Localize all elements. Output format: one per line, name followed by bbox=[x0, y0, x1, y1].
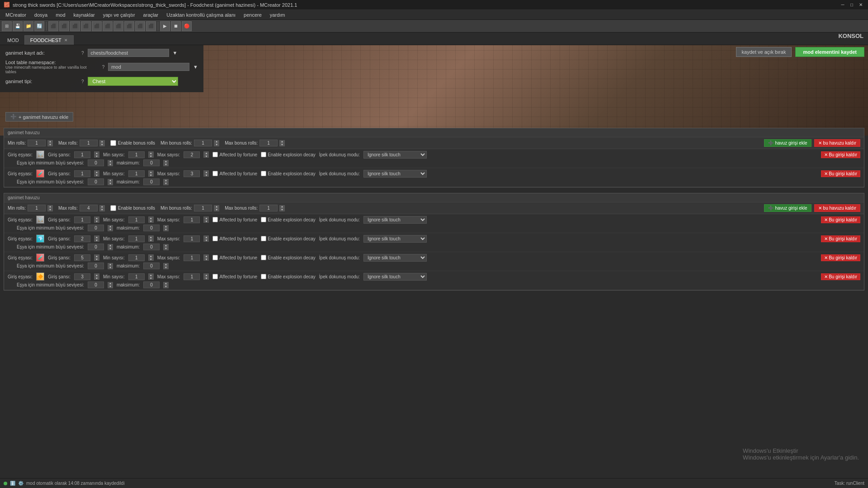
min-input-2-2[interactable] bbox=[128, 235, 145, 242]
min-bonus-down-1[interactable]: ▼ bbox=[214, 143, 219, 146]
affected-checkbox-2-1[interactable] bbox=[212, 217, 218, 222]
enchant-spinner-1-1[interactable]: ▲ ▼ bbox=[108, 160, 113, 166]
max-spinner-2-2[interactable]: ▲ ▼ bbox=[203, 235, 209, 242]
min-up-2-1[interactable]: ▲ bbox=[148, 216, 154, 220]
min-input-2-3[interactable] bbox=[128, 254, 145, 261]
min-rolls-up-1[interactable]: ▲ bbox=[47, 140, 53, 143]
enable-bonus-checkbox-1[interactable] bbox=[110, 140, 116, 146]
toolbar-btn-14[interactable]: ⬛ bbox=[146, 21, 156, 31]
enchant-input-2-2[interactable] bbox=[88, 244, 104, 250]
explosion-group-1-2[interactable]: Enable explosion decay bbox=[261, 171, 316, 176]
chance-up-1-1[interactable]: ▲ bbox=[94, 151, 99, 155]
max-up-2-3[interactable]: ▲ bbox=[203, 254, 209, 258]
toolbar-btn-17[interactable]: 🔴 bbox=[182, 21, 192, 31]
silk-select-2-3[interactable]: Ignore silk touch bbox=[363, 254, 427, 262]
toolbar-btn-15[interactable]: ▶ bbox=[160, 21, 170, 31]
entry-item-icon-2-3[interactable]: 🧪 bbox=[36, 253, 44, 262]
remove-entry-button-2-2[interactable]: ✕ Bu girişi kaldır bbox=[821, 235, 860, 242]
minimize-button[interactable]: ─ bbox=[839, 1, 846, 9]
enable-bonus-group-2[interactable]: Enable bonus rolls bbox=[110, 205, 155, 211]
max-enchant-input-1-1[interactable] bbox=[143, 160, 160, 166]
max-down-1-1[interactable]: ▼ bbox=[203, 155, 209, 158]
toolbar-btn-12[interactable]: ⬛ bbox=[124, 21, 134, 31]
enchant-down-2-1[interactable]: ▼ bbox=[108, 228, 113, 231]
toolbar-btn-8[interactable]: ⬛ bbox=[81, 21, 91, 31]
loot-ns-dropdown-icon[interactable]: ▼ bbox=[193, 64, 198, 70]
loot-ns-help-icon[interactable]: ? bbox=[102, 65, 105, 70]
chance-down-2-1[interactable]: ▼ bbox=[94, 220, 99, 223]
max-down-2-4[interactable]: ▼ bbox=[203, 277, 209, 280]
enchant-up-2-1[interactable]: ▲ bbox=[108, 225, 113, 228]
affected-group-2-1[interactable]: Affected by fortune bbox=[212, 217, 257, 222]
min-bonus-up-2[interactable]: ▲ bbox=[214, 205, 219, 208]
explosion-checkbox-2-2[interactable] bbox=[261, 236, 266, 241]
menu-uzaktan[interactable]: Uzaktan kontrollü çalışma alanı bbox=[163, 11, 239, 19]
explosion-checkbox-2-3[interactable] bbox=[261, 255, 266, 260]
affected-group-2-4[interactable]: Affected by fortune bbox=[212, 274, 257, 279]
max-up-1-1[interactable]: ▲ bbox=[203, 151, 209, 155]
min-spinner-2-2[interactable]: ▲ ▼ bbox=[148, 235, 154, 242]
affected-group-1-2[interactable]: Affected by fortune bbox=[212, 171, 257, 176]
max-input-2-1[interactable] bbox=[184, 216, 200, 223]
explosion-group-2-3[interactable]: Enable explosion decay bbox=[261, 255, 316, 260]
max-enchant-input-2-1[interactable] bbox=[143, 225, 160, 231]
explosion-checkbox-1-1[interactable] bbox=[261, 152, 266, 157]
max-bonus-spinner-2[interactable]: ▲ ▼ bbox=[279, 205, 285, 211]
type-help-icon[interactable]: ? bbox=[81, 79, 84, 84]
save-open-button[interactable]: kaydet ve açık bırak bbox=[736, 47, 792, 57]
type-select[interactable]: Chest bbox=[88, 77, 178, 86]
max-enchant-spinner-1-2[interactable]: ▲ ▼ bbox=[163, 179, 169, 185]
min-spinner-2-4[interactable]: ▲ ▼ bbox=[148, 273, 154, 280]
silk-select-2-1[interactable]: Ignore silk touch bbox=[363, 216, 427, 224]
enchant-input-2-3[interactable] bbox=[88, 263, 104, 269]
max-down-2-1[interactable]: ▼ bbox=[203, 220, 209, 223]
max-input-1-1[interactable] bbox=[184, 151, 200, 158]
min-input-1-2[interactable] bbox=[128, 170, 145, 177]
max-rolls-input-1[interactable] bbox=[80, 140, 98, 146]
max-up-1-2[interactable]: ▲ bbox=[203, 170, 209, 174]
enchant-up-2-3[interactable]: ▲ bbox=[108, 263, 113, 266]
max-enchant-up-2-2[interactable]: ▲ bbox=[163, 244, 169, 247]
max-enchant-up-1-1[interactable]: ▲ bbox=[163, 160, 169, 163]
tab-close-icon[interactable]: ✕ bbox=[64, 38, 68, 42]
remove-entry-button-2-3[interactable]: ✕ Bu girişi kaldır bbox=[821, 254, 860, 261]
toolbar-btn-6[interactable]: ⬛ bbox=[59, 21, 69, 31]
max-enchant-down-2-3[interactable]: ▼ bbox=[163, 266, 169, 269]
max-spinner-1-1[interactable]: ▲ ▼ bbox=[203, 151, 209, 158]
chance-up-2-4[interactable]: ▲ bbox=[94, 273, 99, 277]
max-enchant-input-2-3[interactable] bbox=[143, 263, 160, 269]
chance-up-2-1[interactable]: ▲ bbox=[94, 216, 99, 220]
menu-dosya[interactable]: dosya bbox=[31, 11, 51, 19]
chance-spinner-1-1[interactable]: ▲ ▼ bbox=[94, 151, 99, 158]
enchant-spinner-2-2[interactable]: ▲ ▼ bbox=[108, 244, 113, 250]
toolbar-btn-7[interactable]: ⬛ bbox=[70, 21, 80, 31]
chance-down-2-3[interactable]: ▼ bbox=[94, 258, 99, 261]
entry-item-icon-2-1[interactable]: ⚔️ bbox=[36, 216, 44, 224]
max-input-1-2[interactable] bbox=[184, 170, 200, 177]
chance-spinner-2-4[interactable]: ▲ ▼ bbox=[94, 273, 99, 280]
max-enchant-up-2-4[interactable]: ▲ bbox=[163, 282, 169, 285]
min-down-2-2[interactable]: ▼ bbox=[148, 239, 154, 242]
remove-entry-button-1-1[interactable]: ✕ Bu girişi kaldır bbox=[821, 151, 860, 158]
explosion-group-1-1[interactable]: Enable explosion decay bbox=[261, 152, 316, 157]
chance-input-2-2[interactable] bbox=[74, 235, 90, 242]
max-enchant-spinner-2-2[interactable]: ▲ ▼ bbox=[163, 244, 169, 250]
toolbar-btn-13[interactable]: ⬛ bbox=[135, 21, 145, 31]
enable-bonus-checkbox-2[interactable] bbox=[110, 205, 116, 211]
min-rolls-input-2[interactable] bbox=[28, 205, 46, 211]
silk-select-1-2[interactable]: Ignore silk touch bbox=[363, 170, 427, 178]
affected-checkbox-2-3[interactable] bbox=[212, 255, 218, 260]
chance-spinner-2-1[interactable]: ▲ ▼ bbox=[94, 216, 99, 223]
affected-checkbox-1-1[interactable] bbox=[212, 152, 218, 157]
toolbar-btn-5[interactable]: ⬛ bbox=[48, 21, 58, 31]
max-enchant-down-2-2[interactable]: ▼ bbox=[163, 247, 169, 250]
max-up-2-2[interactable]: ▲ bbox=[203, 235, 209, 239]
min-up-2-4[interactable]: ▲ bbox=[148, 273, 154, 277]
explosion-checkbox-2-1[interactable] bbox=[261, 217, 266, 222]
min-bonus-down-2[interactable]: ▼ bbox=[214, 208, 219, 211]
max-bonus-up-2[interactable]: ▲ bbox=[279, 205, 285, 208]
max-down-1-2[interactable]: ▼ bbox=[203, 174, 209, 177]
max-input-2-4[interactable] bbox=[184, 273, 200, 280]
min-down-2-1[interactable]: ▼ bbox=[148, 220, 154, 223]
enchant-up-2-2[interactable]: ▲ bbox=[108, 244, 113, 247]
